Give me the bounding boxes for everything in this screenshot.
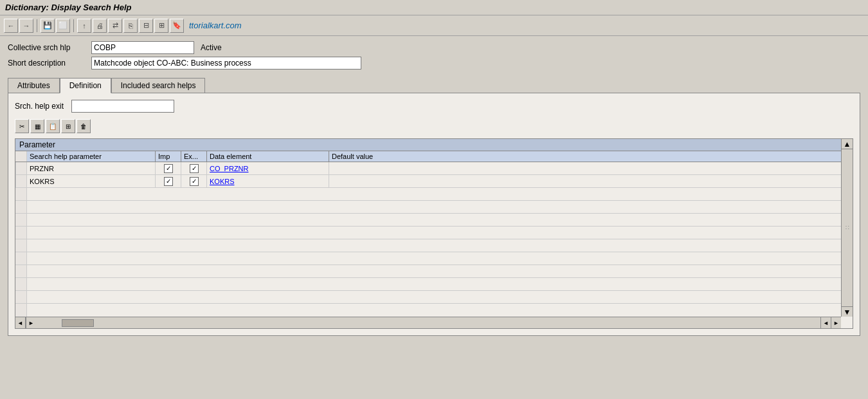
table-body: PRZNR ✓ ✓ CO_PRZNR KOKRS [15,162,853,317]
row-select-e10[interactable] [15,304,27,317]
row-select-1[interactable] [15,162,27,174]
header-data: Data element [207,151,329,162]
save-button[interactable]: 💾 [41,19,55,33]
collective-row: Collective srch hlp Active [8,41,860,54]
row-select-e7[interactable] [15,265,27,277]
collective-input[interactable] [91,41,194,54]
table-row [15,291,841,304]
param-cell-2: KOKRS [27,175,156,187]
row-select-e1[interactable] [15,188,27,200]
shortcut-button[interactable]: ⬜ [56,19,70,33]
logo-text: ttorialkart.com [189,21,242,30]
table-row [15,201,841,214]
parameter-table: Parameter Search help parameter Imp Ex..… [15,138,853,329]
inner-toolbar: ✂ ▦ 📋 ⊞ 🗑 [15,119,853,133]
row-select-e2[interactable] [15,201,27,213]
scroll-track-dots: ∷ [845,225,849,231]
copy-button[interactable]: ⎘ [123,19,138,33]
default-cell-2 [329,175,841,187]
row-select-e5[interactable] [15,239,27,252]
tab-included[interactable]: Included search helps [111,78,206,93]
imp-checkbox-1[interactable]: ✓ [164,164,173,173]
table-row [15,265,841,278]
row-select-2[interactable] [15,175,27,187]
cut-inner-btn[interactable]: ✂ [15,119,29,133]
default-cell-1 [329,162,841,174]
short-desc-input[interactable] [91,57,361,70]
tab-definition[interactable]: Definition [60,78,111,93]
table-row [15,252,841,265]
header-ex: Ex... [181,151,207,162]
srch-help-label: Srch. help exit [15,102,64,111]
data-link-2[interactable]: KOKRS [210,178,235,185]
ex-checkbox-2[interactable]: ✓ [190,177,199,186]
data-cell-2: KOKRS [207,175,329,187]
scroll-far-left-btn[interactable]: ◄ [820,317,831,329]
scroll-down-btn[interactable]: ▼ [842,306,853,317]
main-panel: Srch. help exit ✂ ▦ 📋 ⊞ 🗑 Parameter Sear… [8,93,860,336]
scroll-track: ∷ [842,149,853,306]
imp-cell-1: ✓ [156,162,181,174]
scroll-far-right-btn[interactable]: ► [831,317,841,329]
back-button[interactable]: ← [4,19,18,33]
imp-cell-2: ✓ [156,175,181,187]
main-toolbar: ← → 💾 ⬜ ↑ 🖨 ⇄ ⎘ ⊟ ⊞ 🔖 ttorialkart.com [0,15,868,36]
scroll-up-btn[interactable]: ▲ [842,139,853,149]
title-text: Dictionary: Display Search Help [5,3,132,12]
tabs: Attributes Definition Included search he… [8,77,860,93]
ex-cell-1: ✓ [181,162,207,174]
scroll-left-btn[interactable]: ◄ [15,317,26,329]
ex-checkbox-1[interactable]: ✓ [190,164,199,173]
layout-button[interactable]: ⊞ [154,19,168,33]
header-param: Search help parameter [27,151,156,162]
param-cell-1: PRZNR [27,162,156,174]
bookmark-button[interactable]: 🔖 [170,19,184,33]
row-select-e3[interactable] [15,214,27,226]
table-row [15,304,841,317]
table-row [15,188,841,201]
delete-inner-btn[interactable]: 🗑 [77,119,91,133]
table-row: PRZNR ✓ ✓ CO_PRZNR [15,162,841,175]
row-select-e9[interactable] [15,291,27,303]
short-desc-row: Short description [8,57,860,70]
insert-inner-btn[interactable]: ⊞ [61,119,75,133]
table-inner-btn[interactable]: ▦ [30,119,44,133]
data-link-1[interactable]: CO_PRZNR [210,165,249,172]
append-inner-btn[interactable]: 📋 [46,119,60,133]
toolbar-sep-1 [37,19,37,32]
tree-button[interactable]: ⊟ [139,19,153,33]
toolbar-sep-2 [73,19,74,32]
status-badge: Active [201,43,222,52]
row-select-e8[interactable] [15,278,27,290]
header-imp: Imp [156,151,181,162]
table-row [15,239,841,252]
table-row [15,227,841,239]
horizontal-scrollbar: ◄ ► ◄ ► [15,317,841,328]
table-row: KOKRS ✓ ✓ KOKRS [15,175,841,188]
forward-button[interactable]: → [19,19,33,33]
scroll-thumb [62,319,94,327]
table-row [15,214,841,227]
srch-help-input[interactable] [71,100,174,113]
title-bar: Dictionary: Display Search Help [0,0,868,15]
find-button[interactable]: ⇄ [108,19,122,33]
header-default: Default value [329,151,841,162]
tab-attributes[interactable]: Attributes [8,78,60,93]
table-row [15,278,841,291]
imp-checkbox-2[interactable]: ✓ [164,177,173,186]
bottom-track [36,319,820,327]
print-button[interactable]: 🖨 [93,19,107,33]
data-cell-1: CO_PRZNR [207,162,329,174]
table-group-header: Parameter [15,139,853,151]
row-select-e6[interactable] [15,252,27,264]
row-select-e4[interactable] [15,227,27,239]
short-desc-label: Short description [8,59,91,68]
up-button[interactable]: ↑ [77,19,91,33]
scroll-right-inner-btn[interactable]: ► [26,317,36,329]
header-select [15,151,27,162]
form-area: Collective srch hlp Active Short descrip… [0,36,868,77]
vertical-scrollbar: ▲ ∷ ▼ [841,139,853,317]
collective-label: Collective srch hlp [8,43,91,52]
srch-help-row: Srch. help exit [15,100,853,113]
ex-cell-2: ✓ [181,175,207,187]
